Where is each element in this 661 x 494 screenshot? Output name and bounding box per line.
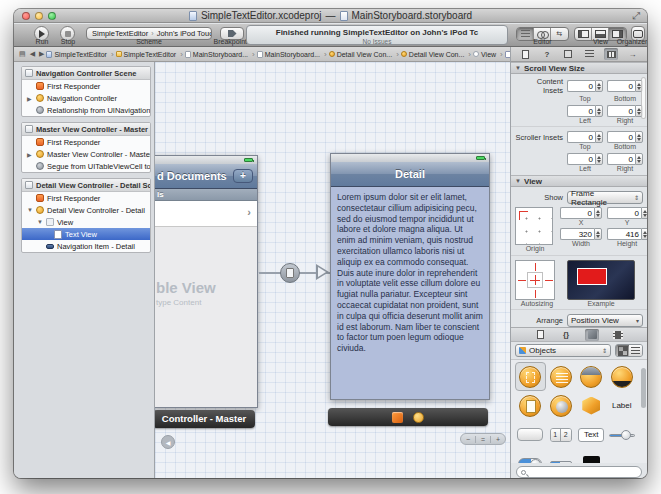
file-inspector-tab[interactable]	[518, 48, 532, 60]
outline-item-master-controller[interactable]: ▶Master View Controller - Master	[22, 148, 150, 160]
library-item-table-view-controller[interactable]	[546, 362, 577, 391]
library-item-navigation-controller[interactable]	[576, 362, 607, 391]
outline-item-relationship[interactable]: Relationship from UINavigationContr...	[22, 104, 150, 116]
inspector-scrollbar-thumb[interactable]	[641, 77, 646, 119]
library-scrollbar-thumb[interactable]	[641, 368, 646, 408]
list-view-button[interactable]	[629, 345, 642, 356]
library-item-text-field[interactable]: Text	[576, 420, 607, 449]
view-section-header[interactable]: ▼ View	[511, 175, 647, 187]
autosizing-widget[interactable]	[515, 260, 555, 300]
related-items-icon[interactable]: ▤	[19, 50, 26, 58]
height-field[interactable]: 416	[607, 228, 647, 240]
library-item-object[interactable]	[576, 391, 607, 420]
library-item-switch[interactable]	[515, 449, 546, 463]
stepper[interactable]	[595, 105, 603, 117]
library-item-page-view-controller[interactable]	[515, 391, 546, 420]
outline-item-navigation-controller[interactable]: ▶Navigation Controller	[22, 92, 150, 104]
outline-item-first-responder[interactable]: First Responder	[22, 80, 150, 92]
arrange-popup[interactable]: Position View▾	[567, 314, 643, 327]
width-field[interactable]: 320	[560, 228, 602, 240]
library-item-slider[interactable]	[607, 420, 638, 449]
size-inspector-tab[interactable]	[604, 48, 618, 60]
stepper[interactable]	[641, 207, 647, 219]
scene-header[interactable]: Navigation Controller Scene	[22, 67, 150, 80]
autosizing-strut[interactable]	[518, 280, 526, 281]
library-item-round-rect-button[interactable]	[515, 420, 546, 449]
storyboard-canvas[interactable]: d Documents + ls › ble View type Content…	[155, 62, 510, 478]
library-item-label[interactable]: Label	[607, 391, 638, 420]
scroller-inset-right-field[interactable]: 0	[607, 153, 643, 165]
library-scope-popup[interactable]: Objects⇕	[515, 344, 611, 357]
stepper[interactable]	[594, 228, 602, 240]
outline-item-first-responder[interactable]: First Responder	[22, 192, 150, 204]
field-value[interactable]: 0	[607, 105, 635, 117]
stepper[interactable]	[635, 153, 643, 165]
library-item-glkit-view-controller[interactable]	[546, 391, 577, 420]
add-button[interactable]: +	[233, 169, 253, 183]
field-value[interactable]: 0	[567, 131, 595, 143]
fullscreen-icon[interactable]: ⤢	[632, 10, 640, 22]
autosizing-strut[interactable]	[535, 290, 536, 298]
y-field[interactable]: 0	[607, 207, 647, 219]
media-library-tab[interactable]	[611, 329, 625, 341]
stepper[interactable]	[635, 131, 643, 143]
field-value[interactable]: 0	[607, 153, 635, 165]
library-item-tab-bar-controller[interactable]	[607, 362, 638, 391]
detail-navigation-bar[interactable]: Detail	[331, 162, 489, 187]
stepper[interactable]	[595, 153, 603, 165]
scroller-inset-left-field[interactable]: 0	[567, 153, 603, 165]
code-snippet-library-tab[interactable]: {}	[559, 329, 573, 341]
breadcrumb-project[interactable]: SimpleTextEditor	[46, 50, 115, 59]
master-view-controller[interactable]: d Documents + ls › ble View type Content	[155, 155, 258, 408]
disclosure-icon[interactable]: ▼	[27, 207, 33, 213]
stepper[interactable]	[595, 80, 603, 92]
outline-item-text-view-selected[interactable]: Text View	[22, 228, 150, 240]
breadcrumb-view[interactable]: View	[473, 50, 505, 59]
grid-view-button[interactable]	[616, 345, 629, 356]
stepper[interactable]	[641, 228, 647, 240]
autosizing-strut[interactable]	[545, 280, 553, 281]
content-inset-right-field[interactable]: 0	[607, 105, 643, 117]
minimize-window-button[interactable]	[35, 12, 43, 20]
close-window-button[interactable]	[22, 12, 30, 20]
field-value[interactable]: 0	[607, 131, 635, 143]
collapse-outline-button[interactable]: ◀	[161, 435, 175, 449]
attributes-inspector-tab[interactable]	[583, 48, 597, 60]
autosizing-spring[interactable]	[535, 275, 536, 285]
zoom-actual-button[interactable]: =	[481, 436, 485, 443]
outline-item-first-responder[interactable]: First Responder	[22, 136, 150, 148]
outline-item-navigation-item[interactable]: Navigation Item - Detail	[22, 240, 150, 252]
breadcrumb-storyboard[interactable]: MainStoryboard...	[185, 50, 257, 59]
view-controller-cube-icon[interactable]	[392, 412, 403, 423]
outline-item-view[interactable]: ▼View	[22, 216, 150, 228]
text-view-selected[interactable]: Lorem ipsum dolor sit er elit lamet, con…	[331, 187, 489, 399]
detail-view-controller[interactable]: Detail Lorem ipsum dolor sit er elit lam…	[330, 153, 490, 400]
library-search-field[interactable]	[516, 466, 642, 478]
zoom-out-button[interactable]: −	[466, 436, 470, 443]
scroller-inset-top-field[interactable]: 0	[567, 131, 603, 143]
push-segue-icon[interactable]	[280, 263, 300, 283]
quick-help-tab[interactable]: ?	[540, 48, 554, 60]
master-navigation-bar[interactable]: d Documents +	[155, 164, 257, 189]
back-icon[interactable]: ◀	[30, 50, 35, 58]
titlebar[interactable]: SimpleTextEditor.xcodeproj — MainStorybo…	[14, 9, 647, 23]
breadcrumb-storyboard2[interactable]: MainStoryboard...	[257, 50, 329, 59]
breadcrumb-controller[interactable]: Detail View Con...	[401, 50, 473, 59]
field-value[interactable]: 320	[560, 228, 594, 240]
field-value[interactable]: 416	[607, 228, 641, 240]
autosizing-strut[interactable]	[535, 263, 536, 271]
breadcrumb-scene[interactable]: Detail View Con...	[329, 50, 401, 59]
table-cell[interactable]: ›	[155, 201, 257, 227]
breadcrumb-group[interactable]: SimpleTextEditor	[116, 50, 185, 59]
scroller-inset-bottom-field[interactable]: 0	[607, 131, 643, 143]
master-scene-label[interactable]: Controller - Master	[155, 410, 255, 428]
identity-inspector-tab[interactable]	[561, 48, 575, 60]
stepper[interactable]	[595, 131, 603, 143]
field-value[interactable]: 0	[567, 80, 595, 92]
show-popup[interactable]: Frame Rectangle⇕	[567, 191, 643, 204]
forward-icon[interactable]: ▶	[39, 50, 44, 58]
stepper[interactable]	[594, 207, 602, 219]
object-library-tab[interactable]	[585, 329, 599, 341]
scene-header[interactable]: Detail View Controller - Detail Scene	[22, 179, 150, 192]
scroll-view-size-header[interactable]: ▼ Scroll View Size	[511, 62, 647, 74]
